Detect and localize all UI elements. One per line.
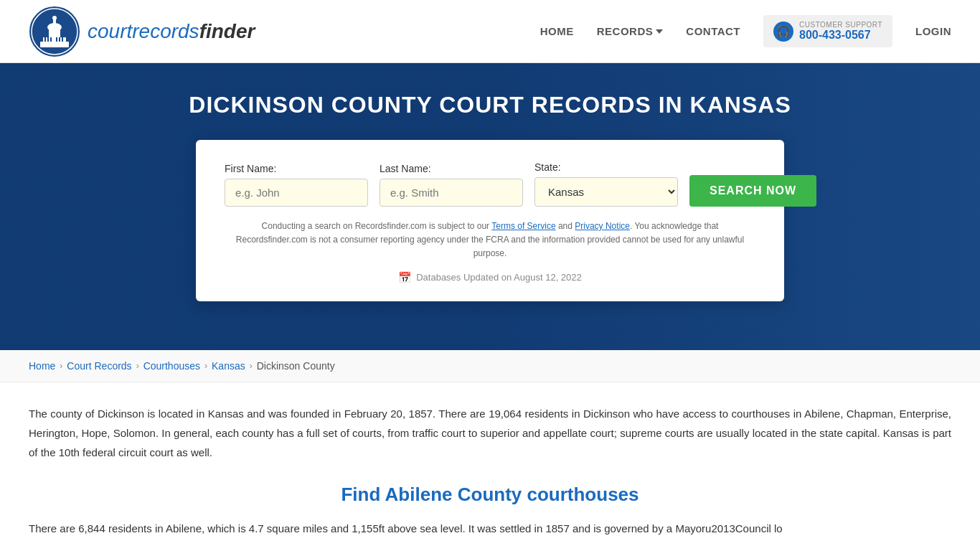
breadcrumb-sep-2: › bbox=[136, 361, 139, 371]
page-title: DICKINSON COUNTY COURT RECORDS IN KANSAS bbox=[189, 92, 791, 118]
support-box: 🎧 CUSTOMER SUPPORT 800-433-0567 bbox=[763, 15, 892, 47]
last-name-label: Last Name: bbox=[380, 163, 523, 174]
nav-contact[interactable]: CONTACT bbox=[686, 25, 740, 37]
disclaimer-text: Conducting a search on Recordsfinder.com… bbox=[225, 220, 755, 261]
header: courtrecordsfinder HOME RECORDS CONTACT … bbox=[0, 0, 980, 63]
svg-rect-8 bbox=[44, 37, 46, 42]
state-label: State: bbox=[534, 161, 678, 173]
breadcrumb-sep-3: › bbox=[204, 361, 207, 371]
support-label: CUSTOMER SUPPORT bbox=[799, 21, 882, 29]
breadcrumb-courthouses[interactable]: Courthouses bbox=[143, 360, 200, 372]
svg-point-7 bbox=[52, 16, 57, 20]
breadcrumb-home[interactable]: Home bbox=[29, 360, 55, 372]
first-name-label: First Name: bbox=[225, 163, 368, 174]
logo-area: courtrecordsfinder bbox=[29, 6, 255, 57]
breadcrumb-court-records[interactable]: Court Records bbox=[67, 360, 131, 372]
support-text: CUSTOMER SUPPORT 800-433-0567 bbox=[799, 21, 882, 42]
svg-rect-10 bbox=[50, 37, 52, 42]
headset-icon: 🎧 bbox=[773, 22, 793, 42]
nav-records[interactable]: RECORDS bbox=[597, 25, 664, 37]
search-card: First Name: Last Name: State: Kansas SEA… bbox=[196, 140, 784, 301]
breadcrumb-current: Dickinson County bbox=[257, 360, 335, 372]
last-name-group: Last Name: bbox=[380, 163, 523, 207]
db-updated: 📅 Databases Updated on August 12, 2022 bbox=[225, 271, 755, 284]
hero-section: DICKINSON COUNTY COURT RECORDS IN KANSAS… bbox=[0, 63, 980, 350]
breadcrumb-sep-4: › bbox=[250, 361, 253, 371]
terms-link[interactable]: Terms of Service bbox=[491, 221, 555, 231]
first-name-input[interactable] bbox=[225, 179, 368, 207]
search-fields: First Name: Last Name: State: Kansas SEA… bbox=[225, 161, 755, 207]
nav: HOME RECORDS CONTACT 🎧 CUSTOMER SUPPORT … bbox=[540, 15, 951, 47]
breadcrumb-sep-1: › bbox=[60, 361, 62, 371]
svg-rect-2 bbox=[40, 42, 69, 47]
first-name-group: First Name: bbox=[225, 163, 368, 207]
db-updated-text: Databases Updated on August 12, 2022 bbox=[416, 272, 582, 283]
logo-icon bbox=[29, 6, 80, 57]
svg-rect-9 bbox=[47, 37, 49, 42]
breadcrumb-kansas[interactable]: Kansas bbox=[212, 360, 245, 372]
last-name-input[interactable] bbox=[380, 179, 523, 207]
nav-home[interactable]: HOME bbox=[540, 25, 574, 37]
section-intro: There are 6,844 residents in Abilene, wh… bbox=[29, 519, 951, 538]
chevron-down-icon bbox=[656, 29, 663, 34]
state-group: State: Kansas bbox=[534, 161, 678, 207]
breadcrumb: Home › Court Records › Courthouses › Kan… bbox=[0, 350, 980, 382]
svg-rect-13 bbox=[62, 37, 63, 42]
search-button[interactable]: SEARCH NOW bbox=[689, 175, 816, 207]
svg-rect-12 bbox=[59, 37, 60, 42]
county-description: The county of Dickinson is located in Ka… bbox=[29, 404, 951, 462]
state-select[interactable]: Kansas bbox=[534, 177, 678, 207]
svg-rect-11 bbox=[56, 37, 57, 42]
logo-text[interactable]: courtrecordsfinder bbox=[88, 20, 255, 43]
support-phone[interactable]: 800-433-0567 bbox=[799, 29, 882, 42]
calendar-icon: 📅 bbox=[398, 271, 412, 284]
privacy-link[interactable]: Privacy Notice bbox=[575, 221, 630, 231]
main-content: The county of Dickinson is located in Ka… bbox=[0, 382, 980, 551]
section-title: Find Abilene County courthouses bbox=[29, 484, 951, 506]
login-button[interactable]: LOGIN bbox=[915, 25, 951, 37]
